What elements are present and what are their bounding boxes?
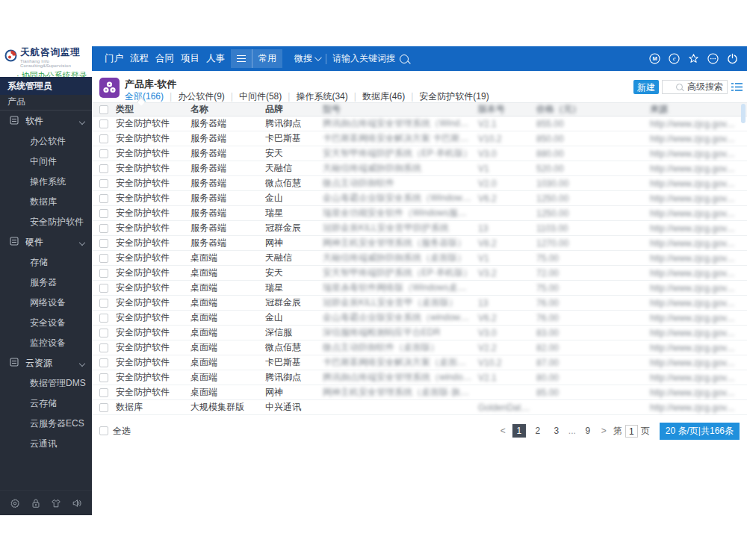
more-ellipsis-icon[interactable] <box>707 53 719 64</box>
new-button[interactable]: 新建 <box>633 80 659 94</box>
row-checkbox[interactable] <box>99 358 108 367</box>
row-checkbox[interactable] <box>99 329 108 337</box>
table-row[interactable]: 安全防护软件桌面端微点佰慧微点主动防御软件（桌面版）V2.282.00http:… <box>92 340 747 355</box>
table-row[interactable]: 安全防护软件桌面端天融信天融信终端威胁防御系统（桌面版）V175.00http:… <box>92 251 747 266</box>
menu-hamburger-button[interactable] <box>231 49 252 68</box>
search-input[interactable]: 请输入关键词搜 <box>332 52 395 65</box>
row-checkbox[interactable] <box>99 209 108 218</box>
row-checkbox[interactable] <box>99 149 108 158</box>
table-row[interactable]: 安全防护软件桌面端深信服深信服终端检测响应平台EDRV3.083.00http:… <box>92 326 747 340</box>
m-badge-icon[interactable]: M <box>649 53 660 64</box>
sidebar-item-2-1[interactable]: 存储 <box>0 252 92 273</box>
row-checkbox[interactable] <box>99 284 108 293</box>
nav-item-1[interactable]: 门户 <box>105 52 123 65</box>
sidebar-item-2-4[interactable]: 安全设备 <box>0 313 92 333</box>
column-header-2: 名称 <box>190 103 265 116</box>
sidebar-item-3-2[interactable]: 云存储 <box>0 393 92 414</box>
lock-icon[interactable] <box>31 498 41 508</box>
nav-item-5[interactable]: 人事 <box>206 52 225 65</box>
sidebar-group-1[interactable]: 软件 <box>0 111 92 131</box>
tab-6[interactable]: 安全防护软件(19) <box>419 90 489 103</box>
table-row[interactable]: 安全防护软件桌面端瑞星瑞星杀毒软件网络版（Windows桌面版）75.00htt… <box>92 281 747 296</box>
sidebar-item-2-5[interactable]: 监控设备 <box>0 333 92 353</box>
search-icon[interactable] <box>400 55 409 63</box>
sidebar-item-2-2[interactable]: 服务器 <box>0 273 92 293</box>
table-row[interactable]: 安全防护软件桌面端腾讯御点腾讯御点终端安全管理系统（windows版）V2.1V… <box>92 370 747 385</box>
nav-item-2[interactable]: 流程 <box>130 52 149 65</box>
nav-item-4[interactable]: 项目 <box>181 52 199 65</box>
select-all-checkbox[interactable] <box>99 426 108 435</box>
gear-icon[interactable] <box>10 498 20 508</box>
sidebar-item-3-4[interactable]: 云通讯 <box>0 434 92 454</box>
table-row[interactable]: 安全防护软件桌面端安天安天智甲终端防护系统（EP·单机版）V3.272.00ht… <box>92 266 747 281</box>
row-checkbox[interactable] <box>99 373 108 382</box>
row-checkbox[interactable] <box>99 314 108 323</box>
cell-name: 桌面端 <box>190 386 265 399</box>
row-checkbox[interactable] <box>99 164 108 173</box>
tab-2[interactable]: 办公软件(9) <box>178 90 225 103</box>
nav-item-3[interactable]: 合同 <box>155 52 174 65</box>
table-row[interactable]: 安全防护软件服务器端卡巴斯基卡巴斯基网络安全解决方案 卡巴斯基安全软件…V10.… <box>92 131 747 146</box>
table-row[interactable]: 安全防护软件桌面端网神网神主机安全管理系统（桌面版·旗舰版）85.00http:… <box>92 385 747 400</box>
page-size-badge[interactable]: 20 条/页|共166条 <box>660 423 740 440</box>
sidebar-item-1-3[interactable]: 操作系统 <box>0 172 92 192</box>
row-checkbox[interactable] <box>99 224 108 233</box>
table-row[interactable]: 安全防护软件服务器端安天安天智甲终端防护系统（EP·单机版）V3.0880.00… <box>92 146 747 161</box>
sidebar-role-header[interactable]: 系统管理员 <box>0 77 92 95</box>
table-row[interactable]: 数据库大规模集群版中兴通讯GoldenData s…http://www.zjc… <box>92 400 747 415</box>
row-checkbox[interactable] <box>99 299 108 308</box>
row-checkbox[interactable] <box>99 269 108 278</box>
row-checkbox[interactable] <box>99 194 108 203</box>
next-page-button[interactable]: > <box>600 426 608 436</box>
tab-3[interactable]: 中间件(58) <box>239 90 282 103</box>
table-row[interactable]: 安全防护软件桌面端卡巴斯基卡巴斯基网络安全解决方案（桌面版·KES） - KSC… <box>92 355 747 370</box>
sidebar-group-2[interactable]: 硬件 <box>0 232 92 252</box>
sidebar-item-2-3[interactable]: 网络设备 <box>0 293 92 313</box>
advanced-search-button[interactable]: 高级搜索 <box>683 81 727 93</box>
table-row[interactable]: 安全防护软件服务器端瑞星瑞星全功能安全软件（Windows服务器版）1250.0… <box>92 206 747 221</box>
page-button-1[interactable]: 1 <box>512 424 526 438</box>
power-icon[interactable] <box>727 53 738 64</box>
vertical-scrollbar-thumb[interactable] <box>741 104 746 123</box>
search-category-dropdown[interactable]: 微搜 <box>294 52 320 65</box>
sidebar-item-3-1[interactable]: 数据管理DMS <box>0 373 92 393</box>
table-row[interactable]: 安全防护软件服务器端冠群金辰冠群金辰KILL安全胄甲防护系统131103.00h… <box>92 221 747 236</box>
table-row[interactable]: 安全防护软件服务器端天融信天融信终端威胁防御系统V1520.00http://w… <box>92 161 747 176</box>
sidebar-item-3-3[interactable]: 云服务器ECS <box>0 414 92 434</box>
tab-4[interactable]: 操作系统(34) <box>296 90 347 103</box>
frequently-used-button[interactable]: 常用 <box>252 49 282 68</box>
page-button-3[interactable]: 3 <box>550 424 563 438</box>
page-button-9[interactable]: 9 <box>581 424 595 438</box>
sidebar-section-products[interactable]: 产品 <box>0 95 92 109</box>
table-row[interactable]: 安全防护软件服务器端网神网神主机安全管理系统（服务器版）V8.21270.00h… <box>92 236 747 251</box>
table-row[interactable]: 安全防护软件桌面端金山金山毒霸企业版安全系统（windows桌面版）V6.276… <box>92 311 747 326</box>
sidebar-item-1-4[interactable]: 数据库 <box>0 192 92 212</box>
row-checkbox[interactable] <box>99 239 108 248</box>
table-row[interactable]: 安全防护软件服务器端腾讯御点腾讯御点终端安全管理系统（Windows版）V2.1… <box>92 116 747 131</box>
tab-5[interactable]: 数据库(46) <box>362 90 405 103</box>
table-row[interactable]: 安全防护软件服务器端微点佰慧微点主动防御软件V2.01030.00http://… <box>92 176 747 191</box>
search-icon[interactable] <box>676 84 683 90</box>
row-checkbox[interactable] <box>99 343 108 352</box>
favorite-star-icon[interactable] <box>688 53 699 64</box>
jump-page-input[interactable]: 1 <box>625 425 638 438</box>
theme-shirt-icon[interactable] <box>51 498 61 508</box>
table-row[interactable]: 安全防护软件桌面端冠群金辰冠群金辰KILL安全胄甲（桌面版）1376.00htt… <box>92 296 747 311</box>
list-view-icon[interactable] <box>731 81 743 95</box>
speaker-icon[interactable] <box>72 498 82 508</box>
sidebar-group-3[interactable]: 云资源 <box>0 353 92 373</box>
row-checkbox[interactable] <box>99 134 108 143</box>
sidebar-item-1-5[interactable]: 安全防护软件 <box>0 212 92 232</box>
row-checkbox[interactable] <box>99 119 108 128</box>
page-button-2[interactable]: 2 <box>531 424 545 438</box>
row-checkbox[interactable] <box>99 388 108 397</box>
prev-page-button[interactable]: < <box>499 426 507 436</box>
row-checkbox[interactable] <box>99 254 108 263</box>
message-e-icon[interactable]: e <box>669 53 680 64</box>
header-checkbox[interactable] <box>99 105 108 114</box>
row-checkbox[interactable] <box>99 403 108 412</box>
sidebar-item-1-2[interactable]: 中间件 <box>0 152 92 172</box>
table-row[interactable]: 安全防护软件服务器端金山金山毒霸企业版安全系统（Windows服务器版）V6.2… <box>92 191 747 206</box>
row-checkbox[interactable] <box>99 179 108 188</box>
sidebar-item-1-1[interactable]: 办公软件 <box>0 131 92 152</box>
